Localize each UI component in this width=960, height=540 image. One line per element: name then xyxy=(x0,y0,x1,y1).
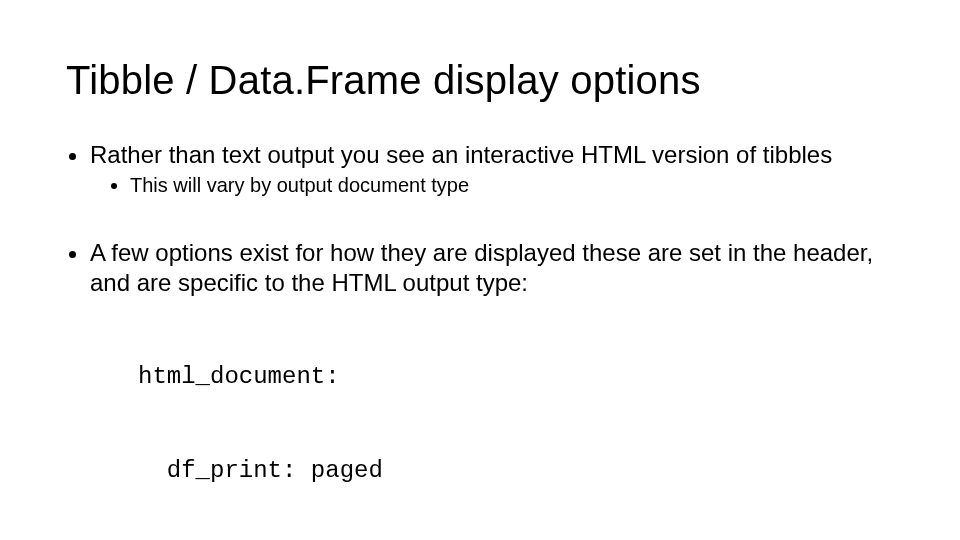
bullet-item-2: A few options exist for how they are dis… xyxy=(90,238,894,540)
bullet-list: Rather than text output you see an inter… xyxy=(66,140,894,540)
bullet-sublist-1: This will vary by output document type xyxy=(90,173,894,198)
bullet-item-2-text: A few options exist for how they are dis… xyxy=(90,239,873,295)
slide-title: Tibble / Data.Frame display options xyxy=(66,58,894,102)
bullet-item-1-text: Rather than text output you see an inter… xyxy=(90,141,832,168)
bullet-spacer xyxy=(90,204,894,232)
slide: Tibble / Data.Frame display options Rath… xyxy=(0,0,960,540)
code-block: html_document: df_print: paged xyxy=(138,299,894,540)
code-line-2: df_print: paged xyxy=(138,455,894,486)
code-line-1: html_document: xyxy=(138,361,894,392)
bullet-item-1: Rather than text output you see an inter… xyxy=(90,140,894,198)
bullet-subitem-1-1: This will vary by output document type xyxy=(130,173,894,198)
